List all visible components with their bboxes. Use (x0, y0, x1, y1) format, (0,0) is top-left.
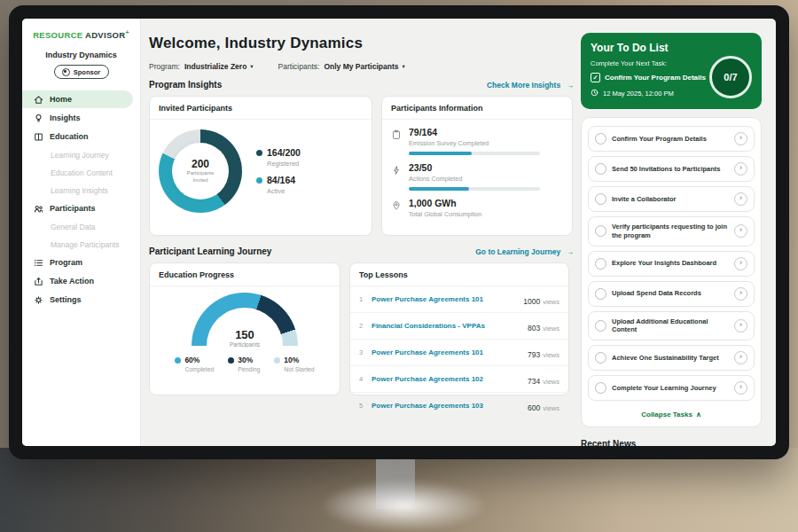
task-checkbox[interactable] (595, 225, 606, 237)
chevron-right-icon[interactable]: › (734, 132, 747, 145)
task-row[interactable]: Achieve One Sustainability Target › (588, 345, 755, 371)
lesson-row[interactable]: 4 Power Purchase Agreements 102 734views (350, 366, 568, 393)
task-row[interactable]: Invite a Collaborator › (588, 186, 755, 212)
lesson-row[interactable]: 5 Power Purchase Agreements 103 600views (350, 393, 568, 419)
arrow-right-icon: → (567, 81, 575, 90)
legend-dot (256, 150, 262, 156)
task-checkbox[interactable] (595, 258, 606, 270)
legend-label: Active (267, 187, 301, 195)
gauge-center-label: Participants (192, 341, 298, 348)
collapse-tasks-button[interactable]: Collapse Tasks∧ (586, 405, 756, 423)
chevron-right-icon[interactable]: › (734, 162, 747, 176)
sidebar-item-participants[interactable]: Participants (22, 200, 133, 217)
lesson-row[interactable]: 2 Financial Considerations - VPPAs 803vi… (350, 313, 568, 340)
program-filter[interactable]: Program: Industrialize Zero ▾ (149, 62, 254, 71)
sidebar-item-home[interactable]: Home (22, 90, 133, 108)
sidebar-item-general-data[interactable]: General Data (22, 218, 133, 235)
brand-advisor: ADVISOR (85, 30, 125, 40)
next-task-row[interactable]: ✓ Confirm Your Program Details (591, 73, 706, 82)
task-label: Upload Spend Data Records (612, 289, 729, 298)
task-row[interactable]: Upload Spend Data Records › (588, 281, 755, 307)
legend-item: 84/164 Active (256, 175, 301, 195)
progress-bar-fill (409, 187, 469, 191)
filters-row: Program: Industrialize Zero ▾ Participan… (149, 62, 575, 71)
gauge-center-value: 150 (192, 328, 298, 341)
sidebar-item-label: Learning Insights (51, 186, 108, 195)
education-gauge-wrap: 150 Participants (192, 293, 298, 348)
chevron-right-icon[interactable]: › (734, 192, 747, 206)
link-label: Go to Learning Journey (475, 247, 560, 256)
due-text: 12 May 2025, 12:00 PM (603, 90, 674, 98)
task-row[interactable]: Complete Your Learning Journey › (588, 375, 755, 401)
program-insights-header: Program Insights Check More Insights → (149, 80, 574, 90)
task-row[interactable]: Verify participants requesting to join t… (588, 216, 755, 246)
task-row[interactable]: Explore Your Insights Dashboard › (588, 251, 755, 277)
task-row[interactable]: Upload Additional Educational Content › (588, 311, 755, 341)
brand-logo: RESOURCE ADVISOR+ (22, 29, 140, 40)
check-more-insights-link[interactable]: Check More Insights → (487, 81, 574, 90)
chevron-right-icon[interactable]: › (734, 319, 747, 332)
lesson-row[interactable]: 3 Power Purchase Agreements 101 793views (350, 340, 568, 366)
lesson-views-unit: views (543, 298, 559, 306)
monitor-bezel: RESOURCE ADVISOR+ Industry Dynamics Spon… (9, 5, 789, 459)
sidebar-item-learning-journey[interactable]: Learning Journey (22, 146, 133, 163)
card-title: Education Progress (150, 263, 340, 286)
page-title: Welcome, Industry Dynamics (149, 35, 575, 52)
task-label: Invite a Collaborator (612, 195, 729, 204)
sidebar-item-label: General Data (51, 223, 96, 231)
info-row: 1,000 GWh Total Global Consumption (382, 191, 572, 223)
progress-bar-fill (409, 152, 472, 155)
task-checkbox[interactable] (595, 193, 606, 205)
sidebar-item-learning-insights[interactable]: Learning Insights (22, 182, 133, 199)
sidebar-item-program[interactable]: Program (22, 254, 133, 271)
lesson-link[interactable]: Power Purchase Agreements 101 (372, 348, 521, 356)
progress-bar (409, 187, 540, 191)
donut-center-label: Participants Invited (181, 170, 220, 184)
task-checkbox[interactable] (595, 382, 606, 394)
sidebar-item-education[interactable]: Education (22, 128, 133, 145)
sidebar-item-label: Manage Participants (51, 240, 120, 249)
card-title: Invited Participants (150, 97, 372, 120)
chevron-right-icon[interactable]: › (734, 224, 747, 238)
task-checkbox[interactable] (595, 352, 606, 364)
legend-label: Pending (238, 366, 260, 372)
task-label: Confirm Your Program Details (612, 135, 729, 144)
todo-hero-card: Your To Do List Complete Your Next Task:… (581, 33, 762, 109)
task-checkbox[interactable] (595, 133, 606, 145)
sidebar-item-insights[interactable]: Insights (22, 109, 133, 127)
insights-cards-row: Invited Participants 200 Participants In… (149, 96, 575, 236)
education-legend: 60% Completed 30% Pending 10% Not Starte… (175, 356, 314, 372)
sponsor-badge[interactable]: Sponsor (54, 65, 109, 79)
checkbox-icon[interactable]: ✓ (591, 73, 600, 82)
lesson-link[interactable]: Financial Considerations - VPPAs (372, 322, 521, 330)
task-checkbox[interactable] (595, 288, 606, 300)
sidebar-item-education-content[interactable]: Education Content (22, 164, 133, 181)
task-checkbox[interactable] (595, 163, 606, 175)
task-checkbox[interactable] (595, 320, 606, 332)
sponsor-label: Sponsor (74, 68, 100, 76)
chevron-right-icon[interactable]: › (734, 287, 747, 301)
chevron-right-icon[interactable]: › (734, 381, 747, 395)
program-insights-title: Program Insights (149, 80, 222, 90)
lesson-link[interactable]: Power Purchase Agreements 103 (372, 402, 521, 410)
info-value: 23/50 (409, 162, 540, 173)
task-row[interactable]: Send 50 Invitations to Participants › (588, 156, 755, 182)
participants-filter[interactable]: Participants: Only My Participants ▾ (278, 62, 405, 71)
go-to-learning-journey-link[interactable]: Go to Learning Journey → (475, 247, 574, 256)
chevron-right-icon[interactable]: › (734, 351, 747, 364)
link-label: Check More Insights (487, 81, 560, 90)
lesson-row[interactable]: 1 Power Purchase Agreements 101 1000view… (350, 286, 568, 313)
legend-item: 60% Completed (175, 356, 214, 372)
sidebar-item-manage-participants[interactable]: Manage Participants (22, 236, 133, 253)
lesson-link[interactable]: Power Purchase Agreements 102 (372, 375, 521, 383)
sidebar-item-take-action[interactable]: Take Action (22, 272, 133, 290)
program-filter-value: Industrialize Zero (184, 62, 246, 71)
chevron-right-icon[interactable]: › (734, 257, 747, 270)
legend-item: 30% Pending (228, 356, 260, 372)
sidebar-item-settings[interactable]: Settings (22, 291, 133, 309)
lesson-link[interactable]: Power Purchase Agreements 101 (372, 295, 517, 303)
invited-legend: 164/200 Registered 84/164 Active (256, 140, 301, 202)
lesson-views-unit: views (543, 378, 559, 386)
lesson-rank: 5 (359, 402, 365, 410)
task-row[interactable]: Confirm Your Program Details › (588, 126, 755, 152)
